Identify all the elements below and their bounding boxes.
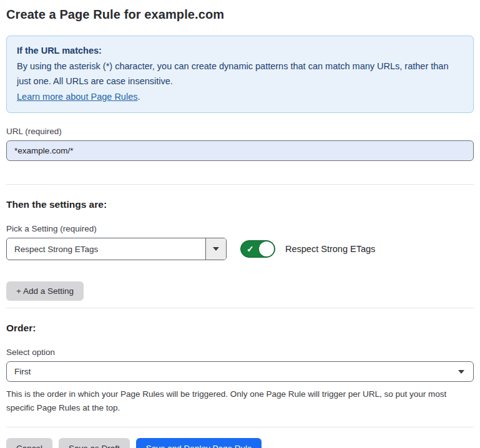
page-rule-form: Create a Page Rule for example.com If th… — [0, 0, 480, 448]
link-suffix: . — [137, 92, 140, 102]
setting-toggle[interactable]: ✓ — [240, 240, 275, 258]
info-box-heading: If the URL matches: — [17, 43, 463, 59]
toggle-knob — [259, 241, 274, 256]
order-select-label: Select option — [6, 348, 474, 357]
divider — [6, 427, 474, 427]
add-setting-button[interactable]: + Add a Setting — [6, 281, 84, 301]
check-icon: ✓ — [247, 245, 254, 253]
chevron-down-icon — [213, 247, 219, 251]
setting-select-value: Respect Strong ETags — [7, 238, 205, 260]
divider — [6, 308, 474, 308]
setting-toggle-wrap: ✓ Respect Strong ETags — [240, 240, 375, 258]
setting-select-arrow-button[interactable] — [205, 238, 226, 260]
footer-actions: Cancel Save as Draft Save and Deploy Pag… — [6, 438, 474, 448]
divider — [6, 184, 474, 185]
setting-row: Respect Strong ETags ✓ Respect Strong ET… — [6, 238, 474, 260]
order-select-value: First — [14, 367, 31, 376]
url-field-label: URL (required) — [6, 127, 474, 136]
url-input[interactable] — [6, 140, 474, 161]
url-match-info-box: If the URL matches: By using the asteris… — [6, 36, 474, 113]
save-deploy-button[interactable]: Save and Deploy Page Rule — [136, 438, 262, 448]
info-box-link-line: Learn more about Page Rules. — [17, 89, 463, 105]
pick-setting-label: Pick a Setting (required) — [6, 224, 474, 233]
settings-section-heading: Then the settings are: — [6, 199, 474, 210]
order-section-heading: Order: — [6, 323, 474, 334]
setting-select[interactable]: Respect Strong ETags — [6, 238, 227, 260]
chevron-down-icon — [458, 370, 464, 374]
setting-toggle-label: Respect Strong ETags — [285, 244, 375, 254]
learn-more-link[interactable]: Learn more about Page Rules — [17, 92, 137, 102]
page-title: Create a Page Rule for example.com — [6, 0, 474, 22]
order-select[interactable]: First — [6, 361, 474, 382]
cancel-button[interactable]: Cancel — [6, 438, 52, 448]
order-help-text: This is the order in which your Page Rul… — [6, 387, 471, 415]
info-box-body: By using the asterisk (*) character, you… — [17, 59, 463, 89]
save-draft-button[interactable]: Save as Draft — [59, 438, 130, 448]
